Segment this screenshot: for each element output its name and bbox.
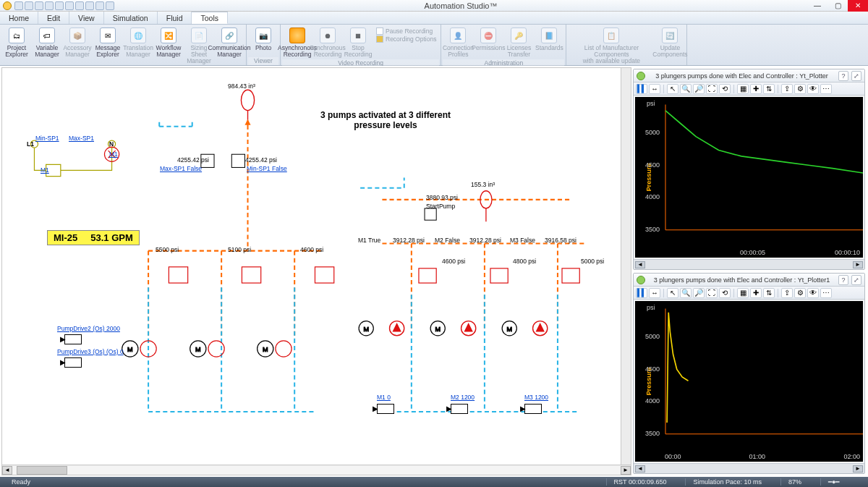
scroll-left-icon[interactable]: ◄: [635, 465, 645, 473]
tab-simulation[interactable]: Simulation: [104, 12, 158, 24]
scroll-right-icon[interactable]: ►: [853, 261, 863, 268]
qa-btn[interactable]: [45, 1, 54, 10]
translation-manager-button[interactable]: 🌐TranslationManager: [123, 26, 153, 59]
link-max-sp1[interactable]: Max-SP1: [69, 135, 94, 142]
qa-btn[interactable]: [75, 1, 84, 10]
sync-recording-button[interactable]: ⏺SynchronousRecording: [312, 26, 343, 59]
play-icon[interactable]: [637, 276, 645, 284]
ctrl-block[interactable]: [64, 334, 82, 344]
zoom-out-icon[interactable]: 🔎: [693, 288, 705, 298]
canvas-horizontal-scrollbar[interactable]: ◄ ►: [2, 465, 631, 475]
tool-button[interactable]: ↔: [649, 84, 660, 94]
minimize-button[interactable]: —: [807, 0, 827, 12]
qa-btn[interactable]: [35, 1, 43, 10]
plotter2-scrollbar[interactable]: ◄ ►: [634, 463, 864, 473]
link-minsp1-false[interactable]: Min-SP1 False: [247, 165, 287, 172]
flow-m3[interactable]: M3 1200: [524, 394, 548, 401]
update-components-button[interactable]: 🔄UpdateComponents: [655, 26, 685, 59]
flow-m1[interactable]: M1 0: [377, 394, 391, 401]
export-icon[interactable]: ⇪: [781, 84, 793, 94]
qa-btn[interactable]: [14, 1, 23, 10]
project-explorer-button[interactable]: 🗂ProjectExplorer: [1, 26, 32, 59]
tab-home[interactable]: Home: [0, 12, 38, 24]
reset-icon[interactable]: ⟲: [719, 288, 731, 298]
accessory-manager-button[interactable]: 📦AccessoryManager: [62, 26, 93, 59]
pump-drive2[interactable]: PumpDrive2 (Os) 2000: [57, 325, 120, 332]
flow-m2[interactable]: M2 1200: [451, 394, 475, 401]
reset-icon[interactable]: ⟲: [719, 84, 731, 94]
standards-button[interactable]: 📘Standards: [534, 26, 564, 53]
scroll-right-icon[interactable]: ►: [621, 466, 631, 475]
qa-btn[interactable]: [106, 1, 114, 10]
scroll-left-icon[interactable]: ◄: [635, 261, 645, 268]
tab-edit[interactable]: Edit: [38, 12, 69, 24]
scroll-left-icon[interactable]: ◄: [2, 466, 12, 475]
tool-button[interactable]: ⇅: [763, 288, 775, 298]
play-icon[interactable]: [637, 72, 645, 80]
eye-icon[interactable]: 👁: [807, 84, 819, 94]
tab-tools[interactable]: Tools: [192, 12, 228, 24]
link-min-sp1[interactable]: Min-SP1: [35, 135, 59, 142]
zoom-in-icon[interactable]: 🔍: [680, 288, 692, 298]
cursor-button[interactable]: ↖: [667, 288, 678, 298]
help-icon[interactable]: ?: [838, 275, 848, 285]
more-icon[interactable]: ⋯: [820, 288, 832, 298]
fit-icon[interactable]: ⛶: [706, 84, 718, 94]
list-manufacturer-button[interactable]: 📋List of Manufacturer Componentswith ava…: [568, 26, 655, 66]
marker-icon[interactable]: ✚: [750, 288, 762, 298]
ctrl-block[interactable]: [524, 404, 542, 414]
expand-icon[interactable]: ⤢: [851, 71, 861, 81]
settings-icon[interactable]: ⚙: [794, 84, 806, 94]
pause-button[interactable]: ▍▍: [636, 288, 647, 298]
stop-recording-button[interactable]: ⏹StopRecording: [343, 26, 373, 59]
zoom-slider[interactable]: ━●━: [820, 478, 864, 486]
ctrl-block[interactable]: [377, 404, 394, 414]
message-explorer-button[interactable]: ✉MessageExplorer: [93, 26, 123, 59]
plotter1-scrollbar[interactable]: ◄ ►: [634, 259, 864, 269]
pump-drive3[interactable]: PumpDrive3 (Os) (Os) 0: [57, 348, 124, 355]
pause-recording-button[interactable]: Pause Recording: [376, 27, 436, 35]
communication-manager-button[interactable]: 🔗CommunicationManager: [214, 26, 244, 59]
scroll-thumb[interactable]: [17, 466, 67, 475]
status-zoom[interactable]: 87%: [780, 478, 809, 486]
tool-button[interactable]: ⇅: [763, 84, 775, 94]
variable-manager-button[interactable]: 🏷VariableManager: [32, 26, 62, 59]
marker-icon[interactable]: ✚: [750, 84, 762, 94]
photo-button[interactable]: 📷Photo: [248, 26, 278, 53]
qa-btn[interactable]: [55, 1, 64, 10]
plotter1-chart[interactable]: Pressure psi 5000 4500 4000 3500 00:00:0…: [635, 97, 863, 258]
more-icon[interactable]: ⋯: [820, 84, 832, 94]
tool-button[interactable]: ↔: [649, 288, 660, 298]
link-m1[interactable]: M1: [109, 151, 118, 158]
grid-icon[interactable]: ▦: [737, 288, 749, 298]
cursor-button[interactable]: ↖: [667, 84, 678, 94]
workflow-manager-button[interactable]: 🔀WorkflowManager: [153, 26, 184, 59]
tab-view[interactable]: View: [69, 12, 104, 24]
link-maxsp1-false[interactable]: Max-SP1 False: [160, 165, 202, 172]
zoom-out-icon[interactable]: 🔎: [693, 84, 705, 94]
fit-icon[interactable]: ⛶: [706, 288, 718, 298]
link-m1-tag[interactable]: M1: [41, 166, 49, 174]
help-icon[interactable]: ?: [838, 71, 848, 81]
zoom-in-icon[interactable]: 🔍: [680, 84, 692, 94]
canvas-vertical-scrollbar[interactable]: [621, 68, 631, 465]
qa-btn[interactable]: [85, 1, 94, 10]
qa-btn[interactable]: [25, 1, 33, 10]
ctrl-block[interactable]: [451, 404, 468, 414]
scroll-right-icon[interactable]: ►: [853, 465, 863, 473]
ctrl-block[interactable]: [64, 357, 82, 368]
qa-btn[interactable]: [65, 1, 74, 10]
plotter2-chart[interactable]: Pressure psi 5000 4500 4000 3500 00:00 0…: [635, 301, 863, 462]
expand-icon[interactable]: ⤢: [851, 275, 861, 285]
async-recording-button[interactable]: AsynchronousRecording: [282, 26, 312, 59]
grid-icon[interactable]: ▦: [737, 84, 749, 94]
maximize-button[interactable]: ▢: [827, 0, 848, 12]
tab-fluid[interactable]: Fluid: [158, 12, 192, 24]
licenses-transfer-button[interactable]: 🔑LicensesTransfer: [503, 26, 534, 59]
permissions-button[interactable]: ⛔Permissions: [473, 26, 503, 53]
diagram-canvas[interactable]: M M M: [1, 67, 631, 475]
qa-btn[interactable]: [95, 1, 104, 10]
connection-profiles-button[interactable]: 👤ConnectionProfiles: [443, 26, 473, 59]
recording-options-button[interactable]: Recording Options: [376, 35, 436, 43]
settings-icon[interactable]: ⚙: [794, 288, 806, 298]
